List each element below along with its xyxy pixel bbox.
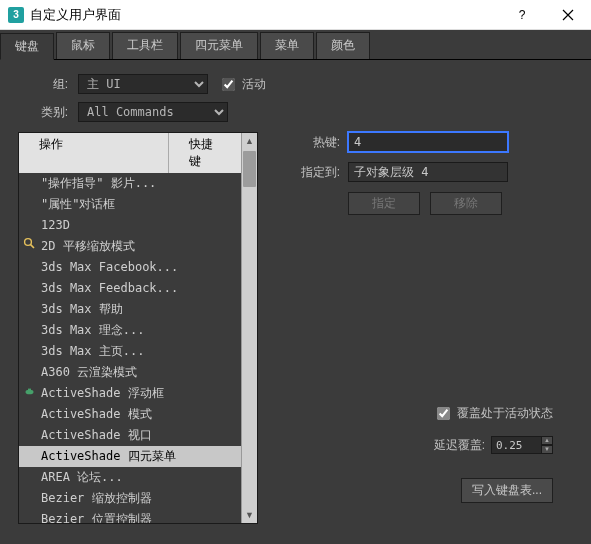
hotkey-input[interactable]: [348, 132, 508, 152]
list-item-bezier-position[interactable]: Bezier 位置控制器: [19, 509, 241, 523]
svg-point-0: [25, 239, 32, 246]
list-item-properties-dialog[interactable]: "属性"对话框: [19, 194, 241, 215]
group-label: 组:: [18, 76, 68, 93]
window-title: 自定义用户界面: [30, 6, 499, 24]
category-select[interactable]: All Commands: [78, 102, 228, 122]
list-item-label: 123D: [41, 218, 70, 232]
teapot-icon: [23, 384, 37, 398]
list-item-label: 2D 平移缩放模式: [41, 239, 135, 253]
list-item-label: "属性"对话框: [41, 197, 115, 211]
list-item-label: 3ds Max 帮助: [41, 302, 123, 316]
scrollbar[interactable]: ▲ ▼: [241, 133, 257, 523]
list-item-label: 3ds Max Feedback...: [41, 281, 178, 295]
list-item-activeshade-quad[interactable]: ActiveShade 四元菜单: [19, 446, 241, 467]
list-item-label: Bezier 缩放控制器: [41, 491, 152, 505]
list-item-area-forum[interactable]: AREA 论坛...: [19, 467, 241, 488]
list-item-label: 3ds Max 主页...: [41, 344, 144, 358]
scroll-down[interactable]: ▼: [242, 507, 257, 523]
list-item-3dsmax-feedback[interactable]: 3ds Max Feedback...: [19, 278, 241, 299]
hotkey-label: 热键:: [278, 134, 340, 151]
close-button[interactable]: [545, 0, 591, 30]
tab-3[interactable]: 四元菜单: [180, 32, 258, 59]
tab-4[interactable]: 菜单: [260, 32, 314, 59]
assign-button[interactable]: 指定: [348, 192, 420, 215]
delay-input[interactable]: [491, 436, 541, 454]
list-item-activeshade-float[interactable]: ActiveShade 浮动框: [19, 383, 241, 404]
override-active-checkbox[interactable]: 覆盖处于活动状态: [437, 406, 553, 420]
remove-button[interactable]: 移除: [430, 192, 502, 215]
svg-rect-3: [28, 389, 31, 391]
group-select[interactable]: 主 UI: [78, 74, 208, 94]
list-item-activeshade-mode[interactable]: ActiveShade 模式: [19, 404, 241, 425]
zoom-icon: [23, 237, 37, 251]
delay-label: 延迟覆盖:: [434, 437, 485, 454]
spinner-up-icon[interactable]: ▲: [541, 436, 553, 445]
header-action[interactable]: 操作: [19, 133, 169, 173]
list-item-label: ActiveShade 浮动框: [41, 386, 164, 400]
list-item-123d[interactable]: 123D: [19, 215, 241, 236]
list-item-label: A360 云渲染模式: [41, 365, 137, 379]
list-item-label: 3ds Max 理念...: [41, 323, 144, 337]
list-item-a360-cloud-render[interactable]: A360 云渲染模式: [19, 362, 241, 383]
list-item-label: 3ds Max Facebook...: [41, 260, 178, 274]
list-item-bezier-scale[interactable]: Bezier 缩放控制器: [19, 488, 241, 509]
list-header[interactable]: 操作 快捷键: [19, 133, 241, 173]
tab-5[interactable]: 颜色: [316, 32, 370, 59]
list-item-3dsmax-ideas[interactable]: 3ds Max 理念...: [19, 320, 241, 341]
assigned-to-label: 指定到:: [278, 164, 340, 181]
tab-content: 组: 主 UI 活动 类别: All Commands 操作 快捷键 "操作指导…: [0, 60, 591, 538]
list-item-label: "操作指导" 影片...: [41, 176, 156, 190]
list-item-label: Bezier 位置控制器: [41, 512, 152, 523]
list-item-label: AREA 论坛...: [41, 470, 123, 484]
action-list[interactable]: 操作 快捷键 "操作指导" 影片..."属性"对话框123D2D 平移缩放模式3…: [18, 132, 258, 524]
titlebar: 3 自定义用户界面 ?: [0, 0, 591, 30]
list-item-3dsmax-help[interactable]: 3ds Max 帮助: [19, 299, 241, 320]
list-item-label: ActiveShade 模式: [41, 407, 152, 421]
spinner-down-icon[interactable]: ▼: [541, 445, 553, 454]
svg-line-1: [31, 245, 34, 248]
list-item-3dsmax-home[interactable]: 3ds Max 主页...: [19, 341, 241, 362]
list-item-activeshade-viewport[interactable]: ActiveShade 视口: [19, 425, 241, 446]
tab-2[interactable]: 工具栏: [112, 32, 178, 59]
delay-spinner[interactable]: ▲ ▼: [491, 436, 553, 454]
list-item-label: ActiveShade 视口: [41, 428, 152, 442]
help-button[interactable]: ?: [499, 0, 545, 30]
active-checkbox[interactable]: 活动: [222, 76, 266, 93]
assigned-to-field: [348, 162, 508, 182]
app-icon: 3: [8, 7, 24, 23]
tab-1[interactable]: 鼠标: [56, 32, 110, 59]
close-icon: [562, 9, 574, 21]
list-item-tutorial-video[interactable]: "操作指导" 影片...: [19, 173, 241, 194]
tab-bar: 键盘鼠标工具栏四元菜单菜单颜色: [0, 30, 591, 60]
write-keyboard-chart-button[interactable]: 写入键盘表...: [461, 478, 553, 503]
list-item-label: ActiveShade 四元菜单: [41, 449, 176, 463]
category-label: 类别:: [18, 104, 68, 121]
list-item-2d-pan-zoom[interactable]: 2D 平移缩放模式: [19, 236, 241, 257]
scroll-up[interactable]: ▲: [242, 133, 257, 149]
tab-0[interactable]: 键盘: [0, 33, 54, 60]
scroll-thumb[interactable]: [243, 151, 256, 187]
header-shortcut[interactable]: 快捷键: [169, 133, 241, 173]
list-item-3dsmax-facebook[interactable]: 3ds Max Facebook...: [19, 257, 241, 278]
